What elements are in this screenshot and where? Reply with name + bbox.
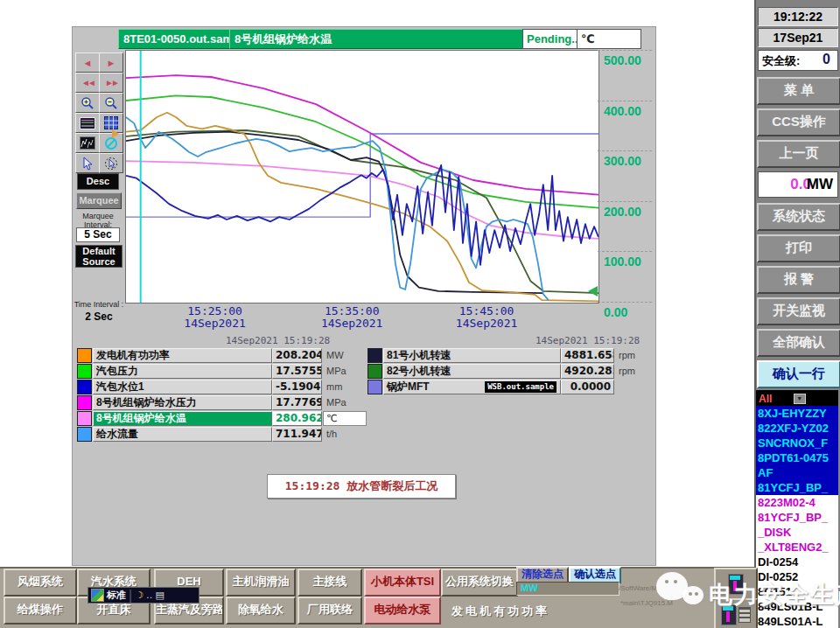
trend-tool-button-2[interactable] (714, 598, 758, 628)
y-tick-label: 300.00 (604, 154, 653, 168)
series-汽包压力 (126, 95, 598, 207)
ime-mode-label[interactable]: 标准 (107, 589, 126, 602)
alarm-row[interactable]: DI-0252 (756, 569, 838, 584)
legend-row[interactable]: 8号机组锅炉给水温280.9628℃ (0, 411, 840, 426)
legend-point-name[interactable]: 锅炉MFTWSB.out.sample (383, 380, 561, 394)
alarm-row[interactable]: 849LS01A-L (756, 614, 838, 628)
toolbar-screen-button[interactable]: 公用系统切换 (441, 569, 518, 597)
alarm-row[interactable]: 8G151 (756, 584, 838, 599)
alarm-row[interactable]: 81YCFJ_BP_ (756, 480, 838, 495)
alarm-row[interactable]: 81YCFJ_BP_ (756, 510, 838, 525)
toolbar-screen-button[interactable]: 主接线 (298, 569, 362, 597)
alarm-filter-label: All (759, 393, 772, 405)
point-description-box[interactable]: 8号机组锅炉给水温 (229, 29, 528, 49)
pointer-button[interactable] (75, 153, 100, 173)
alarm-row[interactable]: AF (756, 465, 838, 480)
security-level-label: 安全级: (762, 53, 800, 69)
trend-chart (126, 51, 598, 303)
limit-marker-icon (112, 129, 119, 138)
toolbar-screen-button[interactable]: 除氧给水 (226, 597, 296, 625)
legend-row[interactable]: 8号机组锅炉给水压力17.7769MPa (0, 395, 840, 410)
mw-entry-field[interactable]: MW (516, 582, 620, 596)
ime-keyboard-icon[interactable]: ▤ (155, 590, 164, 601)
legend-point-name[interactable]: 8号机组锅炉给水压力 (93, 395, 272, 410)
toolbar-screen-button[interactable]: 小机本体TSI (364, 569, 441, 597)
legend-row[interactable]: 82号小机转速4920.2852rpm (0, 364, 840, 379)
marquee-button[interactable]: Marquee (76, 192, 122, 209)
alarm-row[interactable]: 8223M02-4 (756, 495, 838, 510)
scroll-left-button[interactable]: ◄ (75, 52, 100, 73)
fast-rewind-button[interactable]: ◄◄ (75, 73, 100, 93)
alarm-filter-icon[interactable]: ▼ (794, 394, 806, 404)
alarm-row[interactable]: 8PDT61-0475 (756, 450, 838, 465)
sidebar-button-mid-4[interactable]: 开关监视 (757, 297, 840, 325)
legend-point-name[interactable]: 8号机组锅炉给水温 (93, 411, 272, 426)
sidebar-button-mid-2[interactable]: 打印 (757, 234, 840, 262)
trend-tool-icon (721, 604, 737, 625)
toolbar-screen-button[interactable]: 电动给水泵 (364, 597, 441, 625)
sidebar-button-mid-5[interactable]: 全部确认 (757, 329, 840, 357)
series-8号机组锅炉给水温 (126, 161, 598, 239)
trend-plot[interactable] (125, 50, 599, 304)
sidebar-button-mid-1[interactable]: 系统状态 (757, 203, 840, 231)
series-81号小机转速 (126, 132, 543, 293)
cursor-circle-icon (104, 157, 118, 171)
toolbar-screen-button[interactable]: 厂用联络 (298, 597, 362, 625)
scroll-right-button[interactable]: ► (99, 52, 123, 73)
legend-point-name[interactable]: 给水流量 (93, 427, 272, 442)
ime-fullwidth-icon[interactable]: ☽ (135, 590, 144, 601)
legend-point-value: 280.9628 (272, 411, 322, 426)
series-8号机组锅炉给水压力 (126, 75, 598, 195)
status-pending-box: Pending... (522, 29, 580, 49)
desc-button[interactable]: Desc (77, 173, 119, 190)
sidebar-button-3[interactable]: 上一页 (757, 140, 840, 168)
sidebar-button-2[interactable]: CCS操作 (757, 108, 840, 136)
legend-row[interactable]: 81号小机转速4881.6582rpm (0, 348, 840, 363)
legend-row[interactable]: 给水流量711.9476t/h (0, 427, 840, 442)
toolbar-screen-button[interactable]: 主机润滑油 (226, 569, 296, 597)
x-tick-date: 14Sep2021 (434, 317, 539, 330)
unit-box: ℃ (577, 29, 641, 49)
legend-point-unit: t/h (323, 427, 367, 442)
toolbar-screen-button[interactable]: 给煤操作 (4, 597, 77, 625)
zoom-in-button[interactable] (75, 93, 100, 113)
trend-tool-button-1[interactable] (714, 568, 758, 600)
clock-time: 19:12:22 (758, 7, 838, 26)
time-interval-value: 2 Sec (79, 311, 119, 323)
value-marker-icon (588, 286, 598, 297)
sidebar-button-mid-3[interactable]: 报 警 (757, 266, 840, 294)
toolbar-screen-button[interactable]: 风烟系统 (4, 569, 77, 597)
sidebar-button-1[interactable]: 菜 单 (757, 77, 840, 105)
legend-row[interactable]: 锅炉MFTWSB.out.sample0.0000 (0, 380, 840, 394)
alarm-row[interactable]: 822XFJ-YZ02 (756, 421, 838, 436)
y-tick-label: 200.00 (604, 205, 653, 219)
legend-point-name[interactable]: 81号小机转速 (383, 348, 561, 363)
alarm-row[interactable]: 849LS01B-L (756, 599, 838, 614)
data-table-button[interactable] (99, 113, 123, 133)
zoom-out-button[interactable] (99, 93, 123, 113)
alarm-row[interactable]: DI-0254 (756, 555, 838, 569)
y-gridline (598, 302, 652, 303)
cursor-arrow-icon (81, 157, 94, 171)
marquee-interval-label: Marquee Interval: (74, 212, 122, 229)
ime-language-bar[interactable]: 标准 | ☽ ‥ ▤ (88, 587, 200, 604)
alarm-row[interactable]: _DISK (756, 525, 838, 540)
trend-lines-button[interactable] (75, 133, 100, 153)
legend-point-unit: rpm (615, 348, 657, 363)
ime-logo-icon[interactable] (91, 589, 104, 602)
confirm-line-button[interactable]: 确认一行 (757, 360, 840, 388)
alarm-filter-row[interactable]: All ▼ (756, 390, 838, 406)
ime-punctuation-icon[interactable]: ‥ (146, 590, 152, 601)
alarm-row[interactable]: 8XJ-EHYZZY (756, 406, 838, 421)
point-tag-box[interactable]: 8TE01-0050.out.sample (118, 29, 236, 49)
disable-button[interactable] (99, 133, 123, 153)
pointer-select-button[interactable] (99, 153, 123, 173)
fast-forward-button[interactable]: ►► (99, 73, 123, 93)
legend-point-name[interactable]: 82号小机转速 (383, 364, 561, 379)
alarm-row[interactable]: SNCRNOX_F (756, 436, 838, 450)
marquee-interval-value[interactable]: 5 Sec (76, 227, 120, 242)
trend-window-button[interactable] (75, 113, 100, 133)
default-source-button[interactable]: Default Source (75, 245, 122, 268)
series-给水流量 (126, 117, 549, 300)
alarm-row[interactable]: _XLT8ENG2_ (756, 540, 838, 555)
